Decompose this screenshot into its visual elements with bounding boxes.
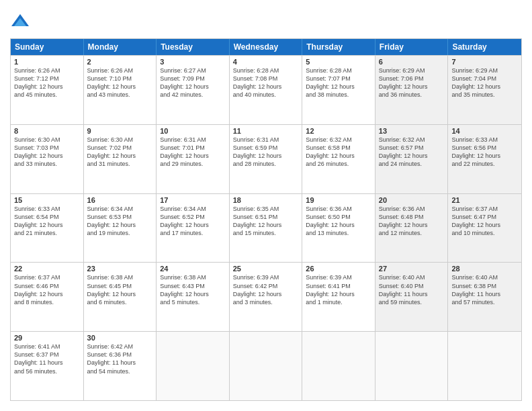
calendar-header-cell: Thursday	[302, 39, 375, 55]
day-number: 12	[306, 127, 371, 135]
cell-content: Sunrise: 6:31 AM Sunset: 7:01 PM Dayligh…	[160, 136, 226, 169]
calendar-cell: 13Sunrise: 6:32 AM Sunset: 6:57 PM Dayli…	[375, 125, 449, 193]
calendar-cell: 16Sunrise: 6:34 AM Sunset: 6:53 PM Dayli…	[84, 194, 157, 263]
calendar-header-cell: Monday	[84, 39, 157, 55]
cell-content: Sunrise: 6:41 AM Sunset: 6:37 PM Dayligh…	[14, 342, 80, 375]
cell-content: Sunrise: 6:29 AM Sunset: 7:06 PM Dayligh…	[379, 66, 445, 99]
cell-content: Sunrise: 6:34 AM Sunset: 6:52 PM Dayligh…	[160, 205, 226, 238]
day-number: 7	[451, 58, 518, 66]
calendar-cell: 19Sunrise: 6:36 AM Sunset: 6:50 PM Dayli…	[302, 194, 375, 263]
cell-content: Sunrise: 6:30 AM Sunset: 7:03 PM Dayligh…	[14, 136, 80, 169]
header	[10, 10, 522, 33]
calendar-header-cell: Wednesday	[230, 39, 303, 55]
calendar-cell: 7Sunrise: 6:29 AM Sunset: 7:04 PM Daylig…	[448, 56, 521, 124]
day-number: 2	[87, 58, 153, 66]
cell-content: Sunrise: 6:40 AM Sunset: 6:40 PM Dayligh…	[379, 273, 445, 306]
day-number: 26	[306, 265, 371, 273]
calendar-cell: 5Sunrise: 6:28 AM Sunset: 7:07 PM Daylig…	[302, 56, 375, 124]
cell-content: Sunrise: 6:42 AM Sunset: 6:36 PM Dayligh…	[87, 342, 153, 375]
day-number: 30	[87, 334, 153, 342]
calendar-cell: 4Sunrise: 6:28 AM Sunset: 7:08 PM Daylig…	[230, 56, 303, 124]
cell-content: Sunrise: 6:38 AM Sunset: 6:43 PM Dayligh…	[160, 273, 226, 306]
calendar-cell	[448, 332, 521, 400]
cell-content: Sunrise: 6:31 AM Sunset: 6:59 PM Dayligh…	[233, 136, 299, 169]
day-number: 28	[451, 265, 518, 273]
day-number: 27	[379, 265, 445, 273]
day-number: 13	[379, 127, 445, 135]
day-number: 15	[14, 196, 80, 204]
day-number: 17	[160, 196, 226, 204]
day-number: 16	[87, 196, 153, 204]
calendar-header-cell: Saturday	[448, 39, 521, 55]
calendar-week: 15Sunrise: 6:33 AM Sunset: 6:54 PM Dayli…	[11, 193, 521, 263]
calendar-week: 29Sunrise: 6:41 AM Sunset: 6:37 PM Dayli…	[11, 331, 521, 400]
calendar-week: 1Sunrise: 6:26 AM Sunset: 7:12 PM Daylig…	[11, 55, 521, 124]
calendar-cell: 10Sunrise: 6:31 AM Sunset: 7:01 PM Dayli…	[157, 125, 230, 193]
day-number: 14	[451, 127, 518, 135]
day-number: 25	[233, 265, 299, 273]
cell-content: Sunrise: 6:29 AM Sunset: 7:04 PM Dayligh…	[451, 66, 518, 99]
cell-content: Sunrise: 6:37 AM Sunset: 6:46 PM Dayligh…	[14, 273, 80, 306]
calendar-cell: 17Sunrise: 6:34 AM Sunset: 6:52 PM Dayli…	[157, 194, 230, 263]
calendar-cell	[230, 332, 303, 400]
day-number: 22	[14, 265, 80, 273]
cell-content: Sunrise: 6:33 AM Sunset: 6:56 PM Dayligh…	[451, 136, 518, 169]
calendar-cell: 1Sunrise: 6:26 AM Sunset: 7:12 PM Daylig…	[11, 56, 84, 124]
calendar-cell: 3Sunrise: 6:27 AM Sunset: 7:09 PM Daylig…	[157, 56, 230, 124]
day-number: 23	[87, 265, 153, 273]
cell-content: Sunrise: 6:32 AM Sunset: 6:57 PM Dayligh…	[379, 136, 445, 169]
calendar-cell: 14Sunrise: 6:33 AM Sunset: 6:56 PM Dayli…	[448, 125, 521, 193]
cell-content: Sunrise: 6:35 AM Sunset: 6:51 PM Dayligh…	[233, 205, 299, 238]
day-number: 29	[14, 334, 80, 342]
cell-content: Sunrise: 6:32 AM Sunset: 6:58 PM Dayligh…	[306, 136, 371, 169]
day-number: 3	[160, 58, 226, 66]
cell-content: Sunrise: 6:28 AM Sunset: 7:08 PM Dayligh…	[233, 66, 299, 99]
calendar-cell: 29Sunrise: 6:41 AM Sunset: 6:37 PM Dayli…	[11, 332, 84, 400]
day-number: 10	[160, 127, 226, 135]
cell-content: Sunrise: 6:28 AM Sunset: 7:07 PM Dayligh…	[306, 66, 371, 99]
calendar-cell: 24Sunrise: 6:38 AM Sunset: 6:43 PM Dayli…	[157, 263, 230, 331]
day-number: 19	[306, 196, 371, 204]
cell-content: Sunrise: 6:40 AM Sunset: 6:38 PM Dayligh…	[451, 273, 518, 306]
calendar-cell	[157, 332, 230, 400]
day-number: 4	[233, 58, 299, 66]
cell-content: Sunrise: 6:37 AM Sunset: 6:47 PM Dayligh…	[451, 205, 518, 238]
logo	[10, 13, 33, 33]
day-number: 8	[14, 127, 80, 135]
day-number: 1	[14, 58, 80, 66]
cell-content: Sunrise: 6:27 AM Sunset: 7:09 PM Dayligh…	[160, 66, 226, 99]
calendar-cell: 9Sunrise: 6:30 AM Sunset: 7:02 PM Daylig…	[84, 125, 157, 193]
day-number: 5	[306, 58, 371, 66]
calendar-cell: 25Sunrise: 6:39 AM Sunset: 6:42 PM Dayli…	[230, 263, 303, 331]
calendar-header-cell: Sunday	[11, 39, 84, 55]
calendar-cell: 26Sunrise: 6:39 AM Sunset: 6:41 PM Dayli…	[302, 263, 375, 331]
cell-content: Sunrise: 6:33 AM Sunset: 6:54 PM Dayligh…	[14, 205, 80, 238]
calendar-cell: 15Sunrise: 6:33 AM Sunset: 6:54 PM Dayli…	[11, 194, 84, 263]
calendar-cell: 20Sunrise: 6:36 AM Sunset: 6:48 PM Dayli…	[375, 194, 449, 263]
calendar-cell: 8Sunrise: 6:30 AM Sunset: 7:03 PM Daylig…	[11, 125, 84, 193]
calendar: SundayMondayTuesdayWednesdayThursdayFrid…	[10, 38, 522, 401]
day-number: 11	[233, 127, 299, 135]
calendar-cell	[302, 332, 375, 400]
cell-content: Sunrise: 6:38 AM Sunset: 6:45 PM Dayligh…	[87, 273, 153, 306]
calendar-header-cell: Friday	[375, 39, 449, 55]
calendar-cell: 22Sunrise: 6:37 AM Sunset: 6:46 PM Dayli…	[11, 263, 84, 331]
calendar-cell: 6Sunrise: 6:29 AM Sunset: 7:06 PM Daylig…	[375, 56, 449, 124]
calendar-cell: 2Sunrise: 6:26 AM Sunset: 7:10 PM Daylig…	[84, 56, 157, 124]
cell-content: Sunrise: 6:34 AM Sunset: 6:53 PM Dayligh…	[87, 205, 153, 238]
cell-content: Sunrise: 6:36 AM Sunset: 6:48 PM Dayligh…	[379, 205, 445, 238]
calendar-cell: 12Sunrise: 6:32 AM Sunset: 6:58 PM Dayli…	[302, 125, 375, 193]
day-number: 18	[233, 196, 299, 204]
calendar-cell: 21Sunrise: 6:37 AM Sunset: 6:47 PM Dayli…	[448, 194, 521, 263]
calendar-week: 22Sunrise: 6:37 AM Sunset: 6:46 PM Dayli…	[11, 262, 521, 331]
cell-content: Sunrise: 6:39 AM Sunset: 6:41 PM Dayligh…	[306, 273, 371, 306]
page: SundayMondayTuesdayWednesdayThursdayFrid…	[0, 0, 532, 411]
cell-content: Sunrise: 6:26 AM Sunset: 7:12 PM Dayligh…	[14, 66, 80, 99]
calendar-cell: 23Sunrise: 6:38 AM Sunset: 6:45 PM Dayli…	[84, 263, 157, 331]
calendar-cell: 28Sunrise: 6:40 AM Sunset: 6:38 PM Dayli…	[448, 263, 521, 331]
day-number: 9	[87, 127, 153, 135]
day-number: 6	[379, 58, 445, 66]
calendar-cell: 11Sunrise: 6:31 AM Sunset: 6:59 PM Dayli…	[230, 125, 303, 193]
calendar-week: 8Sunrise: 6:30 AM Sunset: 7:03 PM Daylig…	[11, 124, 521, 193]
cell-content: Sunrise: 6:30 AM Sunset: 7:02 PM Dayligh…	[87, 136, 153, 169]
